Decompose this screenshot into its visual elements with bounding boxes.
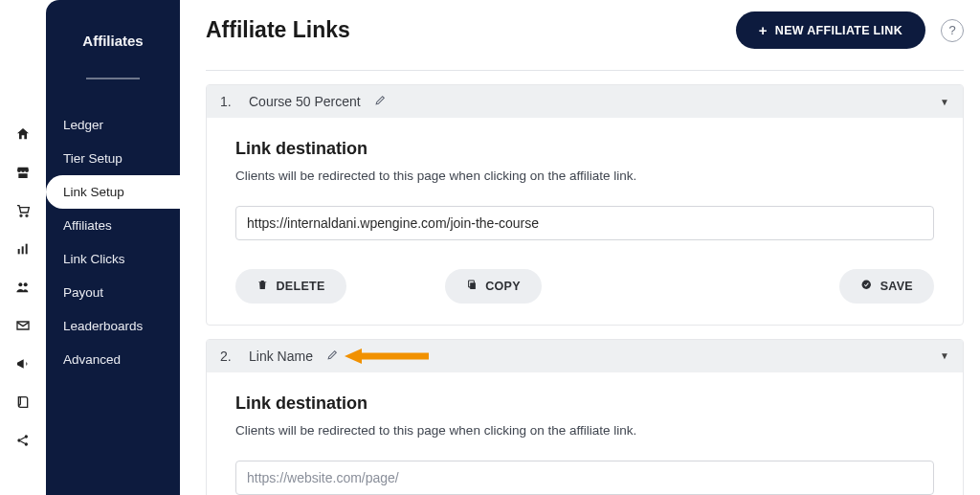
- header-actions: + NEW AFFILIATE LINK ?: [736, 11, 964, 49]
- delete-label: DELETE: [277, 280, 325, 293]
- svg-marker-14: [345, 349, 362, 364]
- pencil-icon[interactable]: [326, 349, 339, 364]
- help-icon[interactable]: ?: [941, 19, 964, 42]
- book-icon[interactable]: [13, 393, 33, 412]
- sidebar-item-advanced[interactable]: Advanced: [46, 343, 180, 376]
- svg-rect-2: [18, 249, 20, 254]
- mail-icon[interactable]: [13, 316, 33, 335]
- sidebar-item-payout[interactable]: Payout: [46, 276, 180, 309]
- svg-point-6: [24, 282, 28, 286]
- share-icon[interactable]: [13, 431, 33, 450]
- store-icon[interactable]: [13, 163, 33, 182]
- affiliate-link-panel-1: 1. Course 50 Percent ▼ Link destination …: [206, 84, 964, 326]
- section-description: Clients will be redirected to this page …: [235, 169, 934, 183]
- panel-button-row: DELETE COPY SAVE: [235, 269, 934, 304]
- main-content: Affiliate Links + NEW AFFILIATE LINK ? 1…: [206, 11, 964, 495]
- delete-button[interactable]: DELETE: [235, 269, 346, 304]
- sidebar-item-link-clicks[interactable]: Link Clicks: [46, 242, 180, 276]
- svg-rect-10: [470, 282, 476, 289]
- sidebar: Affiliates Ledger Tier Setup Link Setup …: [46, 0, 180, 495]
- chevron-down-icon[interactable]: ▼: [940, 350, 949, 361]
- svg-rect-3: [22, 246, 24, 254]
- megaphone-icon[interactable]: [13, 354, 33, 373]
- svg-point-0: [20, 214, 22, 216]
- sidebar-item-tier-setup[interactable]: Tier Setup: [46, 142, 180, 175]
- copy-label: COPY: [485, 280, 521, 293]
- trash-icon: [256, 279, 269, 294]
- bars-icon[interactable]: [13, 239, 33, 259]
- users-icon[interactable]: [13, 278, 33, 297]
- header-row: Affiliate Links + NEW AFFILIATE LINK ?: [206, 11, 964, 49]
- panel-body-2: Link destination Clients will be redirec…: [207, 372, 963, 496]
- panel-header-2[interactable]: 2. Link Name ▼: [207, 340, 963, 372]
- affiliate-link-panel-2: 2. Link Name ▼ Link destination Clients …: [206, 339, 964, 496]
- section-title: Link destination: [235, 394, 934, 414]
- sidebar-item-link-setup[interactable]: Link Setup: [46, 175, 182, 209]
- link-destination-input[interactable]: [235, 206, 934, 240]
- sidebar-title: Affiliates: [46, 33, 180, 78]
- new-affiliate-link-button[interactable]: + NEW AFFILIATE LINK: [736, 11, 925, 49]
- sidebar-item-leaderboards[interactable]: Leaderboards: [46, 309, 180, 343]
- section-title: Link destination: [235, 139, 934, 159]
- icon-rail: [0, 0, 46, 495]
- sidebar-item-affiliates[interactable]: Affiliates: [46, 209, 180, 242]
- section-description: Clients will be redirected to this page …: [235, 423, 934, 438]
- annotation-arrow-icon: [341, 345, 432, 368]
- panel-body-1: Link destination Clients will be redirec…: [207, 118, 963, 325]
- plus-icon: +: [759, 22, 768, 38]
- chevron-down-icon[interactable]: ▼: [940, 97, 949, 107]
- svg-rect-4: [26, 244, 28, 255]
- panel-header-1[interactable]: 1. Course 50 Percent ▼: [207, 85, 963, 118]
- panel-number: 1.: [220, 94, 235, 109]
- panel-title: Link Name: [249, 349, 313, 364]
- check-circle-icon: [860, 279, 873, 294]
- copy-button[interactable]: COPY: [445, 269, 542, 304]
- sidebar-divider: [86, 78, 140, 79]
- page-title: Affiliate Links: [206, 17, 350, 43]
- svg-point-1: [26, 214, 28, 216]
- svg-point-12: [862, 281, 871, 289]
- link-destination-input[interactable]: [235, 461, 934, 495]
- panel-number: 2.: [220, 349, 235, 364]
- sidebar-item-ledger[interactable]: Ledger: [46, 108, 180, 142]
- header-divider: [206, 70, 964, 71]
- copy-icon: [466, 279, 479, 294]
- save-button[interactable]: SAVE: [839, 269, 934, 304]
- new-affiliate-link-label: NEW AFFILIATE LINK: [775, 24, 902, 37]
- home-icon[interactable]: [13, 124, 33, 144]
- save-label: SAVE: [880, 280, 913, 293]
- svg-point-5: [18, 282, 22, 286]
- cart-icon[interactable]: [13, 201, 33, 220]
- pencil-icon[interactable]: [374, 94, 387, 109]
- panel-title: Course 50 Percent: [249, 94, 361, 109]
